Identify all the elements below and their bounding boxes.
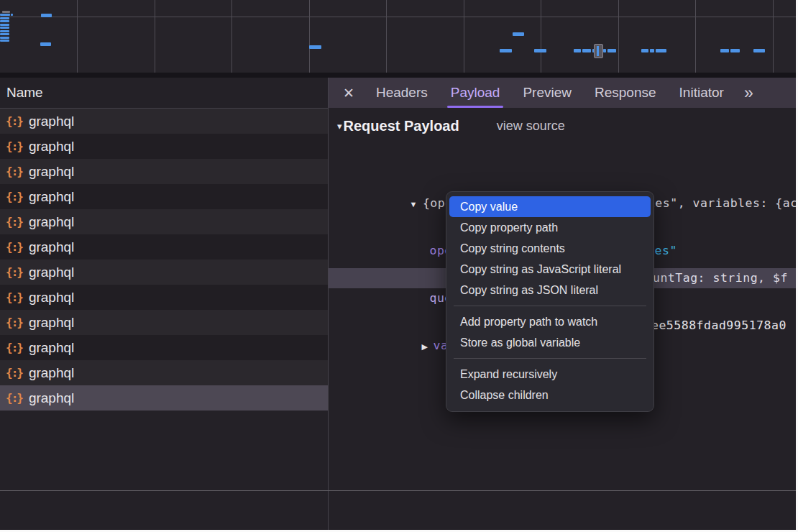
request-name-label: graphql	[29, 365, 74, 381]
json-file-icon: {:}	[6, 215, 22, 229]
network-request-row[interactable]: {:}graphql	[0, 134, 328, 159]
timeline-gridline	[695, 0, 696, 73]
request-timeline-bar	[41, 14, 52, 17]
request-timeline-bar	[650, 49, 654, 52]
menu-item-store-as-global-variable[interactable]: Store as global variable	[449, 332, 651, 353]
menu-separator	[454, 306, 646, 306]
json-file-icon: {:}	[6, 165, 22, 178]
request-name-label: graphql	[29, 315, 74, 331]
request-timeline-bar	[0, 33, 9, 35]
json-file-icon: {:}	[6, 265, 22, 279]
network-request-row[interactable]: {:}graphql	[0, 260, 328, 285]
timeline-gridline	[541, 0, 541, 73]
network-request-row[interactable]: {:}graphql	[0, 385, 328, 411]
details-tabbar: ✕ HeadersPayloadPreviewResponseInitiator…	[329, 78, 796, 108]
menu-item-copy-string-contents[interactable]: Copy string contents	[449, 238, 651, 259]
json-file-icon: {:}	[6, 391, 22, 405]
request-timeline-bar	[513, 32, 524, 36]
request-name-label: graphql	[29, 265, 74, 280]
request-payload-section-header: ▾ Request Payload view source	[337, 118, 565, 134]
name-column-header[interactable]: Name	[0, 78, 328, 109]
timeline-marker-bar	[597, 46, 599, 56]
json-file-icon: {:}	[6, 240, 22, 254]
json-file-icon: {:}	[6, 290, 22, 304]
json-file-icon: {:}	[6, 316, 22, 329]
request-timeline-bar	[603, 49, 606, 52]
request-name-label: graphql	[29, 114, 74, 129]
menu-item-copy-value[interactable]: Copy value	[449, 196, 651, 217]
menu-item-add-property-path-to-watch[interactable]: Add property path to watch	[449, 311, 651, 332]
request-rows-container: {:}graphql{:}graphql{:}graphql{:}graphql…	[0, 109, 328, 411]
network-request-row[interactable]: {:}graphql	[0, 310, 328, 335]
menu-separator	[454, 358, 646, 359]
request-timeline-bar	[0, 24, 9, 26]
request-name-label: graphql	[29, 340, 74, 356]
network-request-row[interactable]: {:}graphql	[0, 209, 328, 234]
request-timeline-bar	[574, 49, 581, 52]
timeline-gridline	[77, 0, 78, 73]
collapsed-arrow-icon[interactable]: ▶	[421, 342, 428, 351]
timeline-selection-marker	[594, 44, 603, 58]
more-tabs-icon[interactable]: »	[744, 83, 753, 103]
request-timeline-bar	[0, 27, 9, 29]
timeline-gridline	[773, 0, 774, 73]
tab-response[interactable]: Response	[595, 78, 656, 108]
network-request-row[interactable]: {:}graphql	[0, 360, 328, 385]
request-timeline-bar	[720, 49, 729, 52]
request-payload-title: Request Payload	[344, 118, 459, 134]
tab-preview[interactable]: Preview	[523, 78, 572, 108]
timeline-gridline	[618, 0, 619, 73]
network-request-row[interactable]: {:}graphql	[0, 285, 328, 310]
tab-headers[interactable]: Headers	[376, 78, 428, 108]
request-name-label: graphql	[29, 239, 74, 255]
request-timeline-bar	[656, 49, 666, 52]
request-timeline-bar	[0, 40, 9, 42]
close-icon[interactable]: ✕	[343, 85, 354, 101]
network-request-row[interactable]: {:}graphql	[0, 159, 328, 184]
request-timeline-bar	[500, 49, 512, 52]
menu-item-copy-string-as-json-literal[interactable]: Copy string as JSON literal	[449, 280, 651, 301]
request-name-label: graphql	[29, 139, 74, 155]
tab-initiator[interactable]: Initiator	[679, 78, 724, 108]
request-timeline-bar	[607, 49, 616, 52]
json-file-icon: {:}	[6, 190, 22, 203]
request-name-label: graphql	[29, 189, 74, 205]
json-file-icon: {:}	[6, 366, 22, 380]
request-name-label: graphql	[29, 290, 74, 306]
menu-item-expand-recursively[interactable]: Expand recursively	[449, 364, 651, 385]
request-timeline-bar	[0, 37, 9, 39]
devtools-window: Name {:}graphql{:}graphql{:}graphql{:}gr…	[0, 0, 796, 530]
json-file-icon: {:}	[6, 341, 22, 354]
payload-root-row[interactable]: ▼{operationName: "ipFlowTimeseries", var…	[329, 173, 796, 193]
summary-bar-divider	[0, 490, 796, 491]
view-source-link[interactable]: view source	[497, 119, 565, 134]
network-request-row[interactable]: {:}graphql	[0, 335, 328, 360]
request-timeline-bar	[0, 17, 9, 19]
tab-payload[interactable]: Payload	[451, 78, 500, 108]
expanded-arrow-icon[interactable]: ▼	[409, 200, 417, 208]
network-request-list: Name {:}graphql{:}graphql{:}graphql{:}gr…	[0, 78, 329, 530]
network-request-row[interactable]: {:}graphql	[0, 109, 328, 134]
request-timeline-bar	[730, 49, 740, 52]
request-timeline-bar	[582, 49, 591, 52]
request-timeline-bar	[0, 30, 9, 32]
request-timeline-bar	[0, 14, 10, 16]
request-name-label: graphql	[29, 390, 74, 406]
menu-item-copy-property-path[interactable]: Copy property path	[449, 217, 651, 238]
menu-item-copy-string-as-javascript-literal[interactable]: Copy string as JavaScript literal	[449, 259, 651, 280]
property-value-clipped: ee5588fdad995178a0	[651, 316, 786, 336]
timeline-gridline	[464, 0, 464, 73]
collapse-section-icon[interactable]: ▾	[337, 121, 342, 132]
request-timeline-bar	[753, 49, 765, 52]
name-column-label: Name	[6, 85, 43, 100]
network-request-row[interactable]: {:}graphql	[0, 184, 328, 209]
network-overview-strip[interactable]	[0, 0, 796, 78]
property-value-clipped: untTag: string, $f	[653, 268, 788, 288]
request-timeline-bar	[309, 45, 321, 49]
context-menu: Copy valueCopy property pathCopy string …	[446, 191, 654, 412]
menu-item-collapse-children[interactable]: Collapse children	[449, 385, 651, 405]
request-timeline-bar	[2, 11, 10, 13]
request-timeline-bar	[11, 14, 13, 16]
request-name-label: graphql	[29, 214, 74, 230]
network-request-row[interactable]: {:}graphql	[0, 234, 328, 260]
